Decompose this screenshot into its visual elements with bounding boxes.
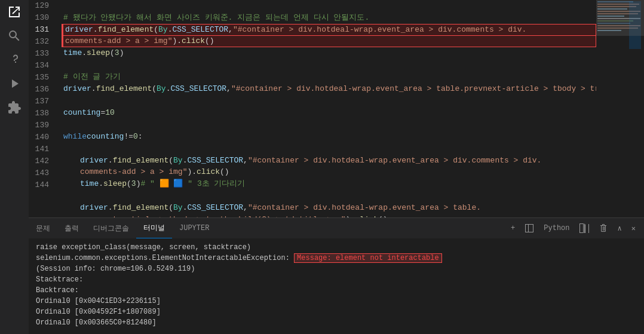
code-line-131b: comments-add > a > img").click() (62, 35, 596, 47)
code-line-137: counting = 10 (63, 107, 596, 119)
activity-bar (0, 0, 29, 334)
line-num-142: 142 (29, 155, 54, 167)
line-num-138: 138 (29, 108, 54, 119)
error-message: Message: element not interactable (294, 253, 442, 263)
code-editor[interactable]: # 됐다가 안됐다가 해서 화면 사이즈 키워준. 지금은 되는데 언제 다시 … (59, 0, 596, 217)
tab-jupyter[interactable]: JUPYTER (172, 218, 216, 238)
line-numbers: 129 130 131 132 133 134 135 136 137 138 … (29, 0, 59, 217)
minimap-slider[interactable] (596, 0, 644, 36)
panel-content: raise exception_class(message, screen, s… (29, 238, 644, 334)
source-control-icon[interactable] (7, 53, 22, 67)
line-num-133: 133 (29, 48, 54, 60)
collapse-panel-button[interactable]: ∧ (614, 223, 625, 234)
tab-terminal[interactable]: 터미널 (136, 218, 172, 238)
layout-icon (579, 223, 589, 233)
tab-problems[interactable]: 문제 (29, 218, 57, 238)
python-label[interactable]: Python (540, 223, 573, 234)
terminal-line-4: Stacktrace: (36, 274, 637, 285)
minimap (596, 0, 644, 217)
code-line-144: driver.find_element(By.CSS_SELECTOR, "#c… (63, 202, 596, 214)
line-num-131: 131 (29, 24, 54, 36)
code-line-133 (63, 59, 596, 71)
code-line-132: time.sleep(3) (63, 47, 596, 59)
line-num-139: 139 (29, 119, 54, 131)
line-num-141: 141 (29, 143, 54, 155)
terminal-line-8: Ordinal0 [0x003665C0+812480] (36, 317, 637, 328)
tab-output[interactable]: 출력 (57, 218, 86, 238)
terminal-line-2: selenium.common.exceptions.ElementNotInt… (36, 253, 637, 263)
code-line-141b: comments-add > a > img").click() (63, 166, 596, 178)
trash-button[interactable] (595, 222, 612, 234)
code-line-141: driver.find_element(By.CSS_SELECTOR, "#c… (63, 155, 596, 167)
panel-tabs: 문제 출력 디버그콘솔 터미널 JUPYTER + Python (29, 217, 644, 238)
line-num-144: 144 (29, 179, 54, 191)
code-line-139: while counting != 0: (63, 131, 596, 143)
code-line-143 (63, 190, 596, 202)
terminal-line-5: Backtrace: (36, 285, 637, 296)
explorer-icon[interactable] (7, 5, 22, 19)
editor-area: 129 130 131 132 133 134 135 136 137 138 … (29, 0, 644, 217)
split-icon (525, 223, 534, 233)
code-line-138 (63, 119, 596, 131)
panel-actions: + Python ∧ ✕ (507, 222, 644, 234)
line-num-132: 132 (29, 36, 54, 48)
trash-icon (599, 223, 608, 233)
code-line-140 (63, 143, 596, 155)
split-terminal-button[interactable] (521, 222, 538, 234)
line-num-140: 140 (29, 131, 54, 143)
code-line-142: time.sleep(3) # " 🟧 🟦 " 3초 기다리기 (63, 178, 596, 190)
code-line-130: # 됐다가 안됐다가 해서 화면 사이즈 키워준. 지금은 되는데 언제 다시 … (63, 12, 596, 24)
run-debug-icon[interactable] (7, 76, 22, 91)
line-num-130: 130 (29, 12, 54, 24)
tab-debug-console[interactable]: 디버그콘솔 (86, 218, 136, 238)
line-num-137: 137 (29, 96, 54, 108)
add-terminal-button[interactable]: + (507, 223, 519, 234)
code-line-136 (63, 95, 596, 107)
code-line-131: driver.find_element(By.CSS_SELECTOR, "#c… (62, 24, 596, 36)
code-line-134: # 이전 글 가기 (63, 71, 596, 83)
code-line-129 (63, 0, 596, 12)
terminal-line-6: Ordinal0 [0x004C1ED3+2236115] (36, 296, 637, 307)
search-icon[interactable] (7, 29, 22, 43)
close-panel-button[interactable]: ✕ (628, 223, 639, 234)
main-content: 129 130 131 132 133 134 135 136 137 138 … (29, 0, 644, 334)
line-num-136: 136 (29, 84, 54, 96)
layout-button[interactable] (576, 222, 593, 234)
line-num-129: 129 (29, 0, 54, 12)
terminal-line-7: Ordinal0 [0x004592F1+1807089] (36, 307, 637, 317)
code-line-135: driver.find_element(By.CSS_SELECTOR, "#c… (63, 83, 596, 95)
terminal-line-3: (Session info: chrome=106.0.5249.119) (36, 263, 637, 274)
line-num-135: 135 (29, 72, 54, 84)
line-num-143: 143 (29, 167, 54, 179)
extensions-icon[interactable] (7, 100, 22, 115)
terminal-line-1: raise exception_class(message, screen, s… (36, 242, 637, 253)
line-num-134: 134 (29, 60, 54, 72)
